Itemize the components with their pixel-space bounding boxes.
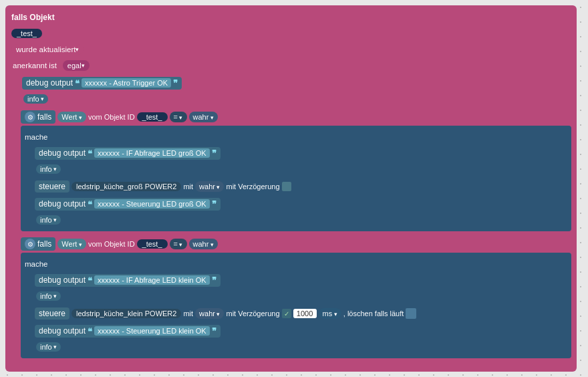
falls-inner-row-2: ⚙ falls Wert vom Objekt ID _test_ = wahr xyxy=(21,237,571,251)
steuere-label-1: steuere xyxy=(39,182,65,191)
anerkannt-row: anerkannt ist egal xyxy=(10,58,571,73)
debug-row-5: debug output ❝ xxxxxx - Steuerung LED kl… xyxy=(35,324,567,338)
steuere-row-1: steuere ledstrip_küche_groß POWER2 mit w… xyxy=(35,179,567,194)
blue-square-1 xyxy=(406,308,416,319)
mache-label-2: mache xyxy=(25,260,48,268)
falls-inner-block-2: ⚙ falls xyxy=(21,237,55,251)
mache-row-1: mache xyxy=(25,130,567,144)
falls-objekt-header: falls Objekt xyxy=(9,10,571,25)
equals-dropdown-1[interactable]: = xyxy=(170,112,187,122)
anerkannt-label: anerkannt ist xyxy=(10,60,59,71)
info-row-4: info xyxy=(36,289,567,303)
vom-objekt-label-1: vom Objekt ID xyxy=(88,113,135,121)
wert-dropdown-2[interactable]: Wert xyxy=(57,239,86,249)
mit-label-2: mit xyxy=(183,309,193,318)
gear-icon-2[interactable]: ⚙ xyxy=(25,239,35,249)
info-dropdown-2[interactable]: info xyxy=(36,164,61,174)
debug-block-4: debug output ❝ xxxxxx - IF Abfrage LED k… xyxy=(35,274,220,287)
ledstrip-gross-pill[interactable]: ledstrip_küche_groß POWER2 xyxy=(71,182,181,191)
debug-row-3: debug output ❝ xxxxxx - Steuerung LED gr… xyxy=(35,197,567,211)
debug-row-4: debug output ❝ xxxxxx - IF Abfrage LED k… xyxy=(35,273,567,287)
info-dropdown-4[interactable]: info xyxy=(36,291,61,301)
debug-block-5: debug output ❝ xxxxxx - Steuerung LED kl… xyxy=(35,325,220,338)
loeschen-label: , löschen falls läuft xyxy=(343,309,404,318)
debug-row-2: debug output ❝ xxxxxx - IF Abfrage LED g… xyxy=(35,146,567,160)
checkbox-1[interactable]: ✓ xyxy=(282,309,291,318)
wahr-dropdown-1[interactable]: wahr xyxy=(189,112,218,122)
info-dropdown-1[interactable]: info xyxy=(23,94,48,104)
mit-label-1: mit xyxy=(183,182,193,191)
falls-objekt-label: falls Objekt xyxy=(9,11,57,23)
astro-string: xxxxxx - Astro Trigger OK xyxy=(82,78,171,88)
debug-block-1: debug output ❝ xxxxxx - Astro Trigger OK… xyxy=(22,77,182,90)
falls-inner-row-1: ⚙ falls Wert vom Objekt ID _test_ = wahr xyxy=(21,110,571,124)
mit-verzoegerung-label-2: mit Verzögerung xyxy=(226,309,279,318)
wahr-dropdown-3[interactable]: wahr xyxy=(189,239,218,249)
ledstrip-klein-pill[interactable]: ledstrip_küche_klein POWER2 xyxy=(71,309,181,318)
wahr-dropdown-2[interactable]: wahr xyxy=(195,181,224,192)
debug3-string: xxxxxx - Steuerung LED groß OK xyxy=(94,199,210,209)
equals-dropdown-2[interactable]: = xyxy=(170,239,187,249)
mache-section-1: mache debug output ❝ xxxxxx - IF Abfrage… xyxy=(21,126,571,231)
debug5-string: xxxxxx - Steuerung LED klein OK xyxy=(94,326,210,336)
debug-row-1: debug output ❝ xxxxxx - Astro Trigger OK… xyxy=(22,76,571,90)
debug-label-3: debug output xyxy=(39,199,86,209)
quote-open-1: ❝ xyxy=(75,78,80,88)
mache-row-2: mache xyxy=(25,257,567,271)
steuere-label-2: steuere xyxy=(39,309,65,318)
egal-dropdown[interactable]: egal xyxy=(63,60,90,71)
test-row: _test_ xyxy=(11,26,571,41)
debug-label-4: debug output xyxy=(39,275,86,285)
test-pill[interactable]: _test_ xyxy=(11,29,42,38)
info-dropdown-5[interactable]: info xyxy=(36,342,61,352)
wurde-row: wurde aktualisiert xyxy=(10,42,571,57)
steuere-row-2: steuere ledstrip_küche_klein POWER2 mit … xyxy=(35,306,567,321)
falls-inner-label-2: falls xyxy=(37,239,51,249)
info-row-3: info xyxy=(36,213,567,227)
debug-label-5: debug output xyxy=(39,326,86,336)
info-dropdown-3[interactable]: info xyxy=(36,215,61,225)
info-row-2: info xyxy=(36,162,567,176)
mache-section-2: mache debug output ❝ xxxxxx - IF Abfrage… xyxy=(21,253,571,358)
delay-square-1 xyxy=(282,182,291,191)
debug-label-2: debug output xyxy=(39,148,86,158)
info-row-5: info xyxy=(36,340,567,354)
steuere-block-2: steuere xyxy=(35,307,69,320)
debug-block-3: debug output ❝ xxxxxx - Steuerung LED gr… xyxy=(35,198,220,211)
test-inner-pill-1[interactable]: _test_ xyxy=(137,112,168,122)
debug4-string: xxxxxx - IF Abfrage LED klein OK xyxy=(94,275,210,285)
info-row-1: info xyxy=(23,92,571,106)
wert-dropdown-1[interactable]: Wert xyxy=(57,112,86,122)
debug-block-2: debug output ❝ xxxxxx - IF Abfrage LED g… xyxy=(35,147,220,160)
steuere-block-1: steuere xyxy=(35,180,69,193)
wahr-dropdown-4[interactable]: wahr xyxy=(195,308,224,319)
vom-objekt-label-2: vom Objekt ID xyxy=(88,240,135,248)
falls-inner-label-1: falls xyxy=(37,112,51,122)
mache-label-1: mache xyxy=(25,133,48,141)
outer-container: falls Objekt _test_ wurde aktualisiert a… xyxy=(5,5,577,372)
ms-value-field[interactable]: 1000 xyxy=(293,309,317,318)
falls-inner-block-1: ⚙ falls xyxy=(21,110,55,124)
debug2-string: xxxxxx - IF Abfrage LED groß OK xyxy=(94,148,210,158)
wurde-dropdown[interactable]: wurde aktualisiert xyxy=(11,44,84,55)
debug-label-1: debug output xyxy=(26,78,73,88)
workspace: falls Objekt _test_ wurde aktualisiert a… xyxy=(0,0,588,377)
ms-dropdown-1[interactable]: ms xyxy=(319,308,341,319)
mit-verzoegerung-label-1: mit Verzögerung xyxy=(226,182,279,191)
quote-close-1: ❞ xyxy=(173,78,178,88)
test-inner-pill-2[interactable]: _test_ xyxy=(137,239,168,249)
gear-icon-1[interactable]: ⚙ xyxy=(25,112,35,122)
